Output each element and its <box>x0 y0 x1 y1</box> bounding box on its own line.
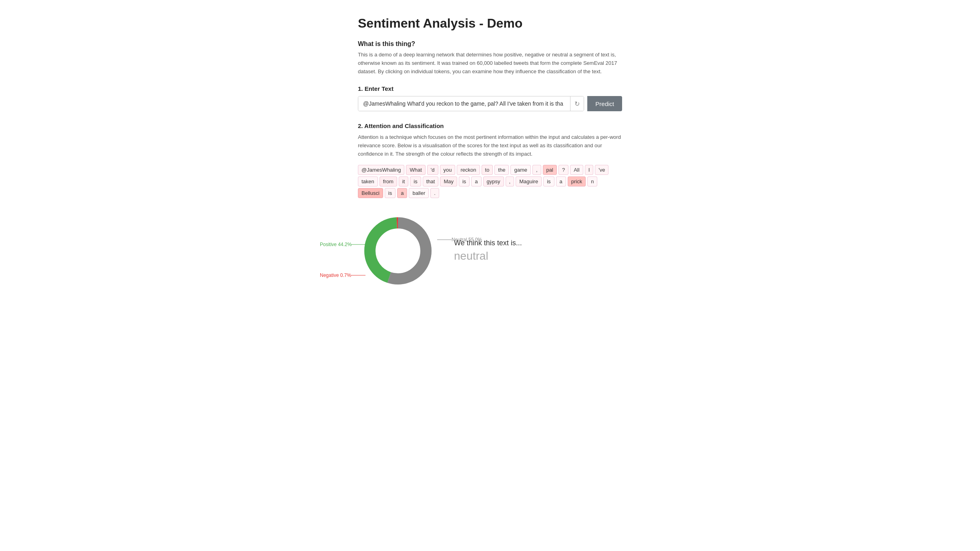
input-section-label: 1. Enter Text <box>358 85 622 92</box>
text-input-group: ↻ <box>358 96 584 111</box>
token-29[interactable]: Bellusci <box>358 188 383 198</box>
token-19[interactable]: May <box>440 176 457 186</box>
token-22[interactable]: gypsy <box>483 176 504 186</box>
token-10[interactable]: ? <box>558 165 568 175</box>
token-8[interactable]: , <box>532 165 541 175</box>
refresh-button[interactable]: ↻ <box>570 96 584 111</box>
tokens-container: @JamesWhalingWhat'dyoureckontothegame,pa… <box>358 165 622 198</box>
input-row: ↻ Predict <box>358 96 622 111</box>
token-30[interactable]: is <box>385 188 396 198</box>
negative-label-group: Negative 0.7% <box>320 272 365 278</box>
token-28[interactable]: n <box>587 176 597 186</box>
text-input[interactable] <box>358 96 570 111</box>
token-26[interactable]: a <box>556 176 566 186</box>
token-25[interactable]: is <box>543 176 554 186</box>
token-18[interactable]: that <box>423 176 439 186</box>
token-1[interactable]: What <box>406 165 425 175</box>
token-2[interactable]: 'd <box>427 165 438 175</box>
chart-labels-overlay: Positive 44.2% Neutral 55.0% Negative 0.… <box>358 211 438 291</box>
token-15[interactable]: from <box>380 176 397 186</box>
attention-description: Attention is a technique which focuses o… <box>358 133 622 158</box>
negative-line <box>351 275 365 276</box>
token-20[interactable]: is <box>459 176 470 186</box>
page-title: Sentiment Analysis - Demo <box>358 16 622 31</box>
positive-label-group: Positive 44.2% <box>320 242 366 247</box>
prediction-result: We think this text is... neutral <box>454 239 522 262</box>
positive-line <box>351 244 366 245</box>
neutral-label: Neutral 55.0% <box>452 237 482 242</box>
page-container: Sentiment Analysis - Demo What is this t… <box>350 0 630 307</box>
token-16[interactable]: it <box>399 176 409 186</box>
token-0[interactable]: @JamesWhaling <box>358 165 404 175</box>
what-is-heading: What is this thing? <box>358 40 622 48</box>
token-3[interactable]: you <box>440 165 456 175</box>
sentiment-result: neutral <box>454 250 522 262</box>
token-11[interactable]: All <box>570 165 583 175</box>
token-23[interactable]: , <box>506 176 514 186</box>
token-27[interactable]: prick <box>568 176 586 186</box>
token-7[interactable]: game <box>510 165 531 175</box>
token-5[interactable]: to <box>482 165 493 175</box>
token-6[interactable]: the <box>494 165 509 175</box>
negative-label: Negative 0.7% <box>320 272 351 278</box>
token-13[interactable]: 've <box>595 165 608 175</box>
token-21[interactable]: a <box>471 176 481 186</box>
token-17[interactable]: is <box>410 176 421 186</box>
token-9[interactable]: pal <box>543 165 557 175</box>
token-4[interactable]: reckon <box>457 165 480 175</box>
attention-section-label: 2. Attention and Classification <box>358 122 622 129</box>
token-31[interactable]: a <box>397 188 407 198</box>
chart-section: Positive 44.2% Neutral 55.0% Negative 0.… <box>358 211 622 291</box>
neutral-label-group: Neutral 55.0% <box>437 237 482 242</box>
token-33[interactable]: . <box>430 188 439 198</box>
predict-button[interactable]: Predict <box>587 96 622 111</box>
donut-chart: Positive 44.2% Neutral 55.0% Negative 0.… <box>358 211 438 291</box>
what-is-description: This is a demo of a deep learning networ… <box>358 51 622 76</box>
token-14[interactable]: taken <box>358 176 378 186</box>
token-32[interactable]: baller <box>409 188 429 198</box>
token-12[interactable]: I <box>585 165 594 175</box>
positive-label: Positive 44.2% <box>320 242 351 247</box>
token-24[interactable]: Maguire <box>516 176 542 186</box>
neutral-line <box>437 239 452 240</box>
